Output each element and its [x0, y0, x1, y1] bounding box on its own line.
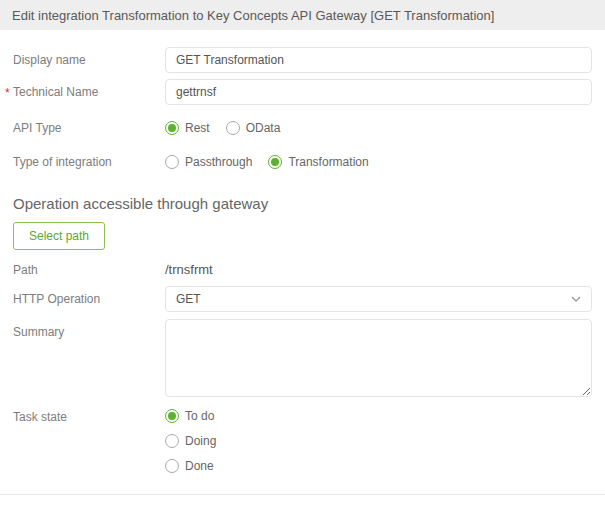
radio-todo-label: To do: [185, 409, 214, 423]
task-state-row: Task state To do Doing Done: [13, 409, 592, 473]
path-label: Path: [13, 263, 165, 277]
chevron-down-icon: [571, 296, 581, 302]
technical-name-input[interactable]: [165, 79, 592, 105]
technical-name-label: * Technical Name: [13, 85, 165, 99]
page-title: Edit integration Transformation to Key C…: [12, 8, 494, 23]
http-operation-select[interactable]: GET: [165, 286, 592, 312]
radio-todo[interactable]: To do: [165, 409, 214, 423]
path-value: /trnsfrmt: [165, 262, 213, 277]
radio-doing[interactable]: Doing: [165, 434, 216, 448]
task-state-radio-group: To do Doing Done: [165, 409, 216, 473]
display-name-label: Display name: [13, 53, 165, 67]
radio-odata[interactable]: OData: [226, 121, 281, 135]
radio-passthrough-label: Passthrough: [185, 155, 252, 169]
task-state-label: Task state: [13, 409, 165, 424]
summary-label: Summary: [13, 319, 165, 339]
radio-transformation-label: Transformation: [288, 155, 368, 169]
radio-selected-icon: [165, 409, 179, 423]
http-operation-value: GET: [176, 292, 201, 306]
radio-doing-label: Doing: [185, 434, 216, 448]
radio-rest-label: Rest: [185, 121, 210, 135]
section-heading-operation: Operation accessible through gateway: [13, 195, 592, 212]
api-type-label: API Type: [13, 121, 165, 135]
api-type-row: API Type Rest OData: [13, 117, 592, 139]
http-operation-label: HTTP Operation: [13, 292, 165, 306]
radio-passthrough[interactable]: Passthrough: [165, 155, 252, 169]
dialog-header: Edit integration Transformation to Key C…: [0, 0, 605, 30]
display-name-row: Display name: [13, 47, 592, 73]
radio-unselected-icon: [165, 155, 179, 169]
radio-selected-icon: [165, 121, 179, 135]
api-type-radio-group: Rest OData: [165, 121, 280, 135]
summary-row: Summary: [13, 319, 592, 397]
select-path-button[interactable]: Select path: [13, 222, 105, 250]
radio-unselected-icon: [165, 434, 179, 448]
radio-unselected-icon: [165, 459, 179, 473]
footer-actions: Save Cancel: [0, 495, 605, 506]
radio-odata-label: OData: [246, 121, 281, 135]
radio-unselected-icon: [226, 121, 240, 135]
display-name-input[interactable]: [165, 47, 592, 73]
integration-type-label: Type of integration: [13, 155, 165, 169]
radio-rest[interactable]: Rest: [165, 121, 210, 135]
radio-selected-icon: [268, 155, 282, 169]
radio-done[interactable]: Done: [165, 459, 214, 473]
path-row: Path /trnsfrmt: [13, 262, 592, 277]
http-operation-row: HTTP Operation GET: [13, 286, 592, 312]
integration-type-radio-group: Passthrough Transformation: [165, 155, 369, 169]
radio-done-label: Done: [185, 459, 214, 473]
summary-textarea[interactable]: [165, 319, 592, 397]
integration-type-row: Type of integration Passthrough Transfor…: [13, 151, 592, 173]
edit-integration-form: Display name * Technical Name API Type R…: [0, 47, 605, 473]
required-asterisk: *: [5, 86, 10, 100]
technical-name-row: * Technical Name: [13, 79, 592, 105]
radio-transformation[interactable]: Transformation: [268, 155, 368, 169]
